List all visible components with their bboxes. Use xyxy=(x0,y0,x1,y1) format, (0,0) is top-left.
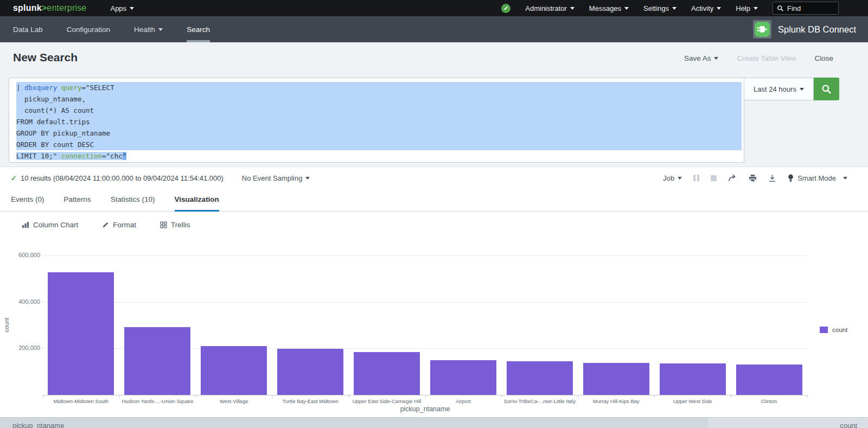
menu-activity[interactable]: Activity xyxy=(691,4,721,12)
y-tick-label: 200,000 xyxy=(8,344,40,351)
chart-bar[interactable] xyxy=(277,349,343,395)
menu-administrator[interactable]: Administrator xyxy=(525,4,575,12)
chevron-down-icon xyxy=(158,28,163,31)
chart-bar[interactable] xyxy=(354,352,420,395)
pause-icon[interactable] xyxy=(693,175,699,181)
menu-label: Settings xyxy=(643,4,669,12)
close-button[interactable]: Close xyxy=(814,54,833,62)
nav-configuration[interactable]: Configuration xyxy=(55,16,122,42)
trellis-button[interactable]: Trellis xyxy=(160,221,190,229)
x-axis-tick xyxy=(807,395,808,398)
results-summary: 10 results (08/04/2024 11:00:00.000 to 0… xyxy=(21,174,224,182)
find-input[interactable] xyxy=(787,4,831,12)
menu-label: Administrator xyxy=(525,4,567,12)
chart-legend[interactable]: count xyxy=(820,327,847,333)
chevron-down-icon xyxy=(678,177,682,180)
save-as-button[interactable]: Save As xyxy=(684,54,719,62)
tab-visualization[interactable]: Visualization xyxy=(175,195,219,212)
run-search-button[interactable] xyxy=(814,78,839,100)
legend-swatch xyxy=(820,327,828,333)
query-text: | xyxy=(16,84,24,92)
query-text: LIMIT 10;" xyxy=(16,152,61,160)
search-query-editor[interactable]: | dbxquery query="SELECT pickup_ntaname,… xyxy=(9,78,744,163)
chart-bar[interactable] xyxy=(124,327,190,395)
menu-help[interactable]: Help xyxy=(736,4,758,12)
app-identity[interactable]: Splunk DB Connect xyxy=(753,20,856,39)
chart-region: count count 200,000400,000600,000Midtown… xyxy=(0,238,868,417)
x-axis-tick xyxy=(578,395,578,398)
nav-label: Configuration xyxy=(67,25,110,34)
tab-events[interactable]: Events (0) xyxy=(11,195,44,212)
query-line: ORDER BY count DESC xyxy=(16,139,742,150)
tab-statistics[interactable]: Statistics (10) xyxy=(111,195,155,212)
search-mode-menu[interactable]: Smart Mode xyxy=(788,174,847,182)
chart-bar[interactable] xyxy=(736,365,802,395)
query-line: pickup_ntaname, xyxy=(16,93,742,105)
apps-label: Apps xyxy=(110,4,126,12)
query-text: ORDER BY count DESC xyxy=(16,140,94,149)
chart-bar[interactable] xyxy=(48,272,114,395)
chart-bar[interactable] xyxy=(430,360,496,395)
query-text xyxy=(57,84,61,92)
column-chart-icon xyxy=(22,221,29,228)
chevron-down-icon xyxy=(754,7,758,10)
print-icon[interactable] xyxy=(749,174,757,182)
time-range-label: Last 24 hours xyxy=(754,85,796,93)
x-category-label: Upper West Side xyxy=(654,398,731,404)
chevron-down-icon xyxy=(130,7,134,10)
time-range-picker[interactable]: Last 24 hours xyxy=(744,78,814,100)
apps-menu[interactable]: Apps xyxy=(110,4,134,12)
query-text: " xyxy=(123,152,127,160)
count-column-label: count xyxy=(840,421,857,428)
chevron-down-icon xyxy=(672,7,676,10)
query-line: FROM default.trips xyxy=(16,116,742,127)
create-table-view-button[interactable]: Create Table View xyxy=(737,54,796,62)
format-button[interactable]: Format xyxy=(102,221,136,229)
menu-settings[interactable]: Settings xyxy=(643,4,676,12)
chart-bar[interactable] xyxy=(660,363,726,395)
chart-type-label: Column Chart xyxy=(33,221,78,229)
export-icon[interactable] xyxy=(768,174,776,182)
app-bar: Data Lab Configuration Health Search Spl… xyxy=(0,16,868,42)
job-menu[interactable]: Job xyxy=(663,174,682,182)
x-category-label: Hudson Yards-...-Union Square xyxy=(119,398,196,404)
chevron-down-icon xyxy=(305,177,310,180)
x-axis-tick xyxy=(731,395,731,398)
share-icon[interactable] xyxy=(728,174,737,182)
find-search-box[interactable] xyxy=(773,2,839,15)
pickup-ntaname-column-header[interactable]: pickup_ntaname xyxy=(12,421,64,428)
chart-bar[interactable] xyxy=(201,346,267,395)
x-category-label: SoHo-TriBeCa-...nter-Little Italy xyxy=(501,398,578,404)
create-table-view-label: Create Table View xyxy=(737,54,796,62)
splunk-logo[interactable]: splunk>enterprise xyxy=(13,3,86,13)
query-attribute: query xyxy=(61,84,82,92)
search-icon xyxy=(821,84,832,94)
chart-bar[interactable] xyxy=(583,363,649,395)
result-tabs: Events (0) Patterns Statistics (10) Visu… xyxy=(0,189,868,212)
chart-type-picker[interactable]: Column Chart xyxy=(22,221,78,229)
query-attribute: connection xyxy=(61,152,102,160)
nav-search[interactable]: Search xyxy=(175,16,222,42)
stop-icon[interactable] xyxy=(711,175,717,181)
x-category-label: Clinton xyxy=(731,398,807,404)
nav-data-lab[interactable]: Data Lab xyxy=(13,16,55,42)
x-axis-tick xyxy=(425,395,426,398)
health-status-icon[interactable]: ✓ xyxy=(501,4,510,13)
event-sampling-menu[interactable]: No Event Sampling xyxy=(242,174,310,182)
x-axis-tick xyxy=(501,395,502,398)
top-bar: splunk>enterprise Apps ✓ Administrator M… xyxy=(0,0,868,16)
query-text: ="SELECT xyxy=(81,84,114,92)
query-text: GROUP BY pickup_ntaname xyxy=(16,129,110,137)
chart-bar[interactable] xyxy=(507,361,573,395)
trellis-label: Trellis xyxy=(171,221,190,229)
tab-patterns[interactable]: Patterns xyxy=(64,195,91,212)
x-category-label: Murray Hill-Kips Bay xyxy=(578,398,654,404)
top-right-menus: ✓ Administrator Messages Settings Activi… xyxy=(501,2,839,15)
chevron-down-icon xyxy=(624,7,629,10)
app-title: Splunk DB Connect xyxy=(778,24,856,35)
menu-messages[interactable]: Messages xyxy=(589,4,629,12)
nav-health[interactable]: Health xyxy=(122,16,175,42)
trellis-grid-icon xyxy=(160,221,167,228)
job-controls: Job Smart Mode xyxy=(663,174,847,182)
x-category-label: Turtle Bay-East Midtown xyxy=(272,398,349,404)
